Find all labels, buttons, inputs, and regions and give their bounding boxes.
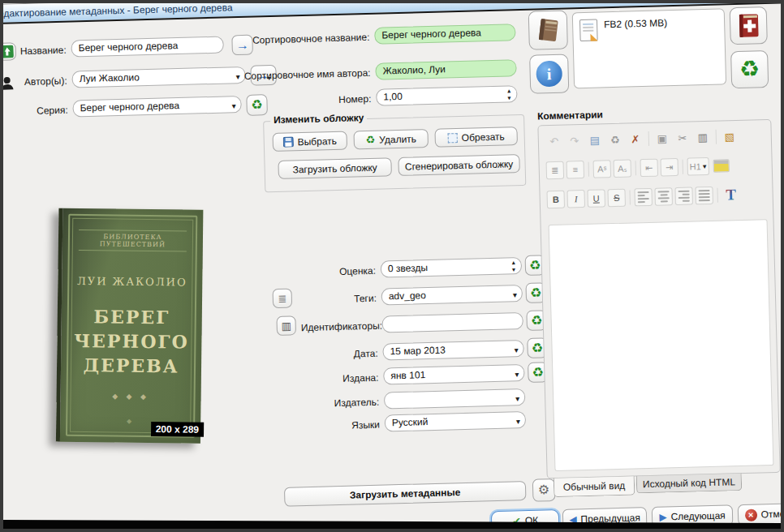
download-cover-button[interactable]: Загрузить обложку xyxy=(278,157,392,179)
title-label: Название: xyxy=(15,45,67,58)
toolbar-separator xyxy=(629,191,630,205)
chevron-down-icon: ▾ xyxy=(515,367,519,382)
paste-icon[interactable]: ▥ xyxy=(694,128,713,147)
superscript-icon[interactable]: Aˢ xyxy=(593,160,612,178)
spin-up-icon[interactable]: ▴ xyxy=(507,87,510,94)
open-tag-editor-button[interactable]: ≣ xyxy=(273,288,293,308)
author-sort-input[interactable]: Жаколио, Луи xyxy=(375,59,516,80)
outdent-icon[interactable]: ⇤ xyxy=(640,159,658,178)
brown-book-icon xyxy=(534,16,562,45)
arrow-right-icon: ▶ xyxy=(659,511,667,522)
clear-formatting-recycle-icon[interactable]: ♻ xyxy=(606,131,625,149)
formats-list[interactable]: FB2 (0.53 MB) xyxy=(572,8,726,88)
spin-down-icon[interactable]: ▾ xyxy=(512,266,515,273)
download-metadata-button[interactable]: Загрузить метаданные xyxy=(284,481,527,507)
insert-image-icon[interactable]: ▧ xyxy=(721,127,739,146)
remove-cover-button[interactable]: ♻ Удалить xyxy=(353,129,429,149)
format-info-button[interactable]: i xyxy=(529,54,569,93)
chevron-down-icon: ▾ xyxy=(515,391,520,406)
generate-cover-button[interactable]: Сгенерировать обложку xyxy=(398,154,520,176)
tab-html-source[interactable]: Исходный код HTML xyxy=(636,473,743,493)
red-book-plus-icon xyxy=(735,11,762,40)
author-person-icon xyxy=(0,75,15,92)
recycle-icon: ♻ xyxy=(531,314,543,327)
align-center-icon[interactable] xyxy=(654,187,673,206)
gear-icon: ⚙ xyxy=(538,483,550,496)
browse-cover-button[interactable]: Выбрать xyxy=(272,131,347,152)
date-combo[interactable]: 15 мар 2013 ▾ xyxy=(382,340,523,361)
strike-icon[interactable]: S xyxy=(607,189,626,208)
format-item-fb2[interactable]: FB2 (0.53 MB) xyxy=(578,15,720,44)
pubdate-combo[interactable]: янв 101 ▾ xyxy=(383,364,524,385)
change-cover-group: Изменить обложку Выбрать ♻ Удалить Обрез… xyxy=(263,114,526,192)
align-center-icon xyxy=(657,189,669,204)
chevron-down-icon: ▾ xyxy=(703,162,707,170)
cover-image[interactable]: БИБЛИОТЕКА ПУТЕШЕСТВИЙ ЛУИ ЖАКОЛИО БЕРЕГ… xyxy=(56,208,204,444)
date-label: Дата: xyxy=(239,348,378,363)
paste-identifier-button[interactable]: ▥ xyxy=(276,315,296,336)
heading-style-icon[interactable]: H1▾ xyxy=(687,157,709,176)
clipboard-icon: ▥ xyxy=(281,320,291,332)
ordered-list-icon[interactable]: ≡ xyxy=(566,161,585,179)
languages-combo[interactable]: Русский ▾ xyxy=(385,411,526,432)
copy-icon[interactable]: ▣ xyxy=(653,129,672,148)
remove-format-button[interactable]: ♻ xyxy=(730,50,769,88)
metadata-settings-button[interactable]: ⚙ xyxy=(532,478,556,502)
authors-label: Автор(ы): xyxy=(15,75,67,88)
cut-scissors-icon[interactable]: ✂ xyxy=(674,129,692,148)
cover-size-badge: 200 x 289 xyxy=(151,422,205,437)
toolbar-separator xyxy=(588,162,589,177)
info-icon: i xyxy=(536,61,562,88)
align-justify-icon[interactable] xyxy=(695,187,713,205)
chevron-down-icon: ▾ xyxy=(514,342,519,358)
window-title: Редактирование метаданных - Берег черног… xyxy=(0,2,233,19)
bold-icon[interactable]: B xyxy=(546,191,565,209)
read-book-button[interactable] xyxy=(528,10,568,49)
series-combo[interactable]: Берег черного дерева ▾ xyxy=(72,96,241,117)
chevron-down-icon: ▾ xyxy=(516,414,521,429)
trim-cover-button[interactable]: Обрезать xyxy=(434,127,518,148)
green-book-arrow-icon xyxy=(1,45,14,58)
background-color-icon[interactable] xyxy=(711,157,731,175)
recycle-icon: ♻ xyxy=(530,286,542,299)
series-number-spinner[interactable]: 1,00 ▴ ▾ xyxy=(376,85,517,106)
align-left-icon xyxy=(637,190,648,204)
align-left-icon[interactable] xyxy=(634,188,653,207)
toolbar-separator xyxy=(648,131,649,146)
comments-toolbar-row-2: ≣≡AˢAₛ⇤⇥H1▾ xyxy=(546,156,767,179)
authors-combo[interactable]: Луи Жаколио ▾ xyxy=(71,66,245,88)
undo-icon[interactable]: ↶ xyxy=(545,132,564,151)
languages-label: Языки xyxy=(240,419,380,434)
title-sort-label: Сортировочное название: xyxy=(230,32,369,46)
spin-up-icon[interactable]: ▴ xyxy=(512,259,515,266)
tags-combo[interactable]: adv_geo ▾ xyxy=(381,285,523,306)
rating-spinner[interactable]: 0 звезды ▴ ▾ xyxy=(381,257,522,278)
subscript-icon[interactable]: Aₛ xyxy=(614,159,632,178)
italic-icon[interactable]: I xyxy=(566,190,585,208)
publisher-combo[interactable]: ▾ xyxy=(384,388,525,410)
background-color-icon xyxy=(713,159,729,173)
add-format-button[interactable] xyxy=(730,6,768,45)
tags-label: Теги: xyxy=(297,293,377,307)
identifiers-input[interactable] xyxy=(381,312,523,333)
comments-text-area[interactable] xyxy=(549,219,774,471)
align-right-icon[interactable] xyxy=(674,187,693,206)
cover-author: ЛУИ ЖАКОЛИО xyxy=(62,275,202,289)
title-input[interactable]: Берег черного дерева xyxy=(71,36,223,58)
text-color-icon[interactable]: T xyxy=(722,186,740,204)
indent-icon[interactable]: ⇥ xyxy=(660,158,678,177)
bullet-list-icon[interactable]: ≣ xyxy=(546,161,565,180)
pubdate-label: Издана: xyxy=(239,372,378,387)
title-sort-input[interactable]: Берег черного дерева xyxy=(374,24,515,45)
rating-label: Оценка: xyxy=(236,265,376,280)
paragraph-doc-icon[interactable]: ▤ xyxy=(586,131,605,149)
cover-series-banner: БИБЛИОТЕКА ПУТЕШЕСТВИЙ xyxy=(79,230,187,252)
disk-icon xyxy=(282,136,293,147)
underline-icon[interactable]: U xyxy=(587,189,605,208)
toolbar-separator xyxy=(717,188,717,203)
redo-icon[interactable]: ↷ xyxy=(566,131,584,150)
toolbar-separator xyxy=(683,160,683,174)
clean-broom-icon[interactable]: ✗ xyxy=(627,130,645,148)
tab-plain-view[interactable]: Обычный вид xyxy=(554,476,635,498)
spin-down-icon[interactable]: ▾ xyxy=(507,94,510,101)
